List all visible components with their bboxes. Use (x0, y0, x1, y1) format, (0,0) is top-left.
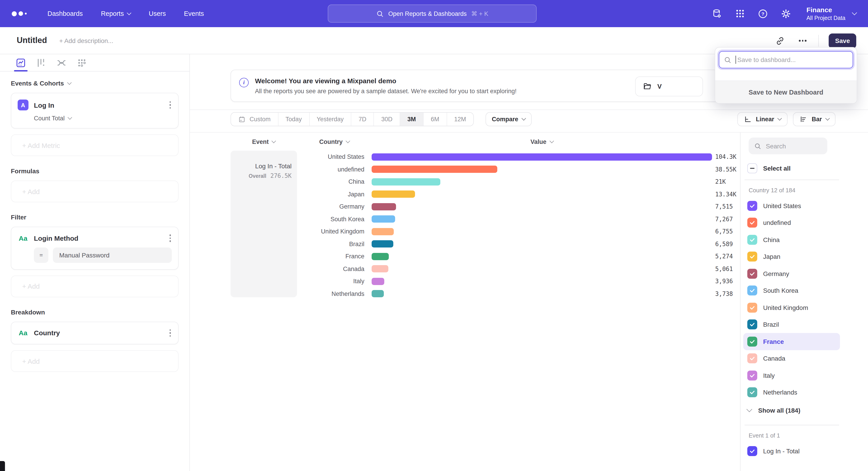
checkbox-checked[interactable] (747, 336, 757, 347)
legend-country-netherlands[interactable]: Netherlands (743, 384, 840, 401)
kebab-menu-icon[interactable] (168, 328, 172, 337)
event-series-card[interactable]: Log In - Total Overall 276.5K (230, 151, 297, 297)
save-to-new-dashboard-button[interactable]: Save to New Dashboard (715, 81, 857, 103)
range-custom[interactable]: Custom (231, 113, 278, 126)
bar[interactable] (372, 278, 384, 285)
bar[interactable] (372, 290, 384, 297)
checkbox-checked[interactable] (747, 235, 757, 245)
legend-country-united-states[interactable]: United States (743, 197, 840, 214)
nav-reports[interactable]: Reports (101, 10, 131, 17)
add-formula-button[interactable]: + Add (11, 180, 179, 202)
checkbox-checked[interactable] (747, 303, 757, 313)
events-cohorts-header[interactable]: Events & Cohorts (11, 80, 179, 87)
add-description-button[interactable]: + Add description... (59, 37, 113, 44)
select-all-row[interactable]: Select all (747, 163, 868, 173)
column-header-country[interactable]: Country (297, 138, 372, 145)
range-today[interactable]: Today (278, 113, 309, 126)
settings-gear-icon[interactable] (781, 8, 792, 19)
metric-card[interactable]: A Log In Count Total (11, 93, 179, 128)
checkbox-checked[interactable] (747, 371, 757, 381)
legend-country-china[interactable]: China (743, 231, 840, 248)
checkbox-checked[interactable] (747, 387, 757, 398)
bar[interactable] (372, 191, 415, 198)
legend-country-south-korea[interactable]: South Korea (743, 282, 840, 299)
add-metric-button[interactable]: + Add Metric (11, 135, 179, 156)
legend-country-japan[interactable]: Japan (743, 248, 840, 265)
nav-dashboards[interactable]: Dashboards (48, 10, 83, 17)
scale-toggle-button[interactable]: Linear (737, 112, 788, 126)
metric-badge: A (18, 99, 29, 110)
checkbox-checked[interactable] (747, 252, 757, 262)
apps-grid-icon[interactable] (735, 8, 745, 19)
legend-country-undefined[interactable]: undefined (743, 214, 840, 231)
bar[interactable] (372, 153, 712, 160)
project-switcher[interactable]: Finance All Project Data (807, 6, 856, 21)
breakdown-property-name[interactable]: Country (34, 329, 60, 337)
bar[interactable] (372, 240, 393, 248)
legend-item-label: United Kingdom (763, 304, 808, 311)
compare-button[interactable]: Compare (486, 112, 532, 126)
checkbox-checked[interactable] (747, 286, 757, 296)
legend-country-united-kingdom[interactable]: United Kingdom (743, 299, 840, 316)
mixpanel-logo-icon[interactable] (12, 11, 27, 16)
kebab-menu-icon[interactable] (168, 233, 172, 243)
save-to-dashboard-input[interactable]: Save to dashboard... (719, 51, 853, 68)
range-30d[interactable]: 30D (374, 113, 400, 126)
checkbox-checked[interactable] (747, 218, 757, 228)
data-management-icon[interactable] (712, 8, 722, 19)
copy-link-icon[interactable] (774, 35, 786, 47)
save-button[interactable]: Save (829, 33, 856, 48)
metric-name[interactable]: Log In (34, 101, 54, 109)
legend-country-italy[interactable]: Italy (743, 367, 840, 384)
legend-country-france[interactable]: France (743, 333, 840, 350)
add-filter-button[interactable]: + Add (11, 275, 179, 297)
global-search-button[interactable]: Open Reports & Dashboards ⌘ + K (328, 4, 537, 23)
range-6m[interactable]: 6M (424, 113, 447, 126)
legend-country-brazil[interactable]: Brazil (743, 316, 840, 333)
bar[interactable] (372, 166, 498, 173)
filter-card[interactable]: Aa Login Method = Manual Password (11, 227, 179, 269)
checkbox-checked[interactable] (747, 354, 757, 363)
checkbox-checked[interactable] (747, 269, 757, 279)
metric-aggregation[interactable]: Count Total (34, 115, 172, 122)
chart-type-button[interactable]: Bar (793, 112, 835, 126)
add-breakdown-button[interactable]: + Add (11, 350, 179, 372)
tab-retention-icon[interactable] (76, 57, 88, 68)
column-header-event[interactable]: Event (230, 138, 297, 145)
filter-value[interactable]: Manual Password (53, 247, 172, 263)
breakdown-card[interactable]: Aa Country (11, 321, 179, 344)
range-yesterday[interactable]: Yesterday (309, 113, 351, 126)
divider (745, 180, 839, 180)
range-12m[interactable]: 12M (447, 113, 473, 126)
bar[interactable] (372, 203, 396, 210)
bar[interactable] (372, 265, 388, 273)
view-boards-button[interactable]: V (635, 77, 703, 96)
tab-funnels-icon[interactable] (35, 57, 47, 68)
select-all-checkbox[interactable] (747, 163, 757, 173)
checkbox-checked[interactable] (747, 201, 757, 211)
kebab-menu-icon[interactable] (168, 100, 172, 110)
column-header-value[interactable]: Value (372, 138, 712, 145)
bar[interactable] (372, 228, 394, 235)
legend-country-germany[interactable]: Germany (743, 265, 840, 282)
checkbox-checked[interactable] (747, 446, 757, 456)
legend-country-canada[interactable]: Canada (743, 350, 840, 367)
range-7d[interactable]: 7D (351, 113, 374, 126)
bar[interactable] (372, 178, 440, 185)
bar[interactable] (372, 215, 395, 223)
bar[interactable] (372, 253, 389, 260)
legend-event-log-in---total[interactable]: Log In - Total (743, 442, 840, 460)
filter-operator[interactable]: = (34, 247, 49, 263)
tab-insights-icon[interactable] (15, 57, 27, 68)
legend-search-input[interactable]: Search (749, 138, 827, 154)
nav-users[interactable]: Users (149, 10, 166, 17)
report-title[interactable]: Untitled (17, 36, 47, 45)
help-icon[interactable]: ? (758, 8, 769, 19)
show-all-button[interactable]: Show all (184) (747, 402, 868, 418)
filter-property-name[interactable]: Login Method (34, 234, 79, 242)
checkbox-checked[interactable] (747, 320, 757, 330)
tab-flows-icon[interactable] (56, 57, 67, 68)
nav-events[interactable]: Events (184, 10, 204, 17)
more-actions-icon[interactable] (797, 35, 809, 47)
range-3m[interactable]: 3M (400, 113, 424, 126)
